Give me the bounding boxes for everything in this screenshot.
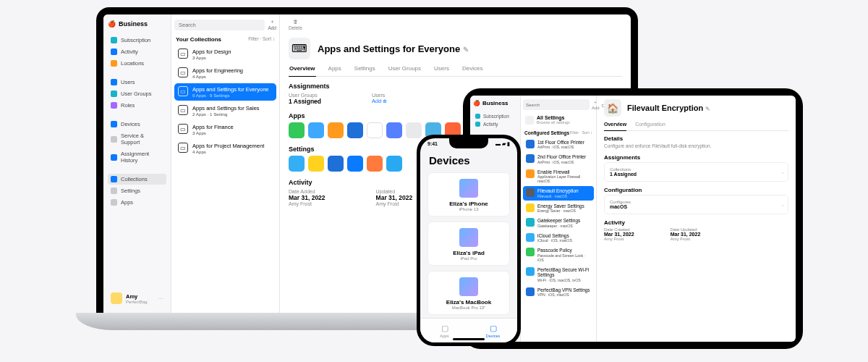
collection-title: Apps for Finance (192, 124, 234, 130)
device-card[interactable]: Eliza's iPhoneiPhone 13 (427, 172, 510, 216)
clock-icon (111, 49, 117, 55)
ellipsis-icon[interactable]: ⋯ (158, 295, 163, 302)
updated-value: Mar 31, 2022 (376, 194, 413, 201)
device-card[interactable]: Eliza's iPadiPad Pro (427, 222, 510, 266)
setting-item[interactable]: PerfectBag VPN SettingsVPN · iOS, macOS (523, 285, 594, 299)
collection-item[interactable]: ▭Apps for Finance3 Apps (174, 121, 276, 138)
updated-label: Updated (376, 189, 413, 194)
app-icon[interactable] (386, 122, 402, 138)
device-name: Eliza's iPhone (433, 201, 505, 207)
setting-item[interactable]: Gatekeeper SettingsGatekeeper · macOS (523, 216, 594, 230)
setting-item[interactable]: 1st Floor Office PrinterAirPrint · iOS, … (523, 138, 594, 151)
collection-item[interactable]: ▭Apps for Engineering4 Apps (174, 64, 276, 82)
updated-by: Amy Frost (376, 201, 413, 206)
filter-sort[interactable]: Filter · Sort ↕ (248, 36, 275, 43)
collection-item[interactable]: ▭Apps and Settings for Sales2 Apps · 1 S… (174, 102, 276, 119)
tab-settings[interactable]: Settings (354, 65, 376, 76)
plus-circle-icon[interactable]: ⊕ (383, 98, 387, 104)
chevron-right-icon: › (782, 170, 783, 174)
setting-icon[interactable] (347, 156, 363, 172)
search-input[interactable] (174, 20, 265, 30)
setting-type-icon (526, 188, 535, 197)
users-add-link[interactable]: Add (372, 98, 381, 104)
sidebar-item-label: Settings (121, 188, 140, 194)
app-icon[interactable] (367, 122, 383, 138)
sidebar-item-users[interactable]: Users (108, 77, 166, 88)
setting-item[interactable]: Energy Saver SettingsEnergy Saver · macO… (523, 201, 594, 215)
sidebar-item-settings[interactable]: Settings (108, 185, 166, 196)
apple-logo-icon: 🍎 (108, 20, 116, 28)
device-icon: ▢ (490, 324, 497, 333)
setting-subtitle: Energy Saver · macOS (537, 209, 584, 213)
collection-subtitle: 3 Apps (192, 130, 234, 135)
sidebar-item-assignment-history[interactable]: Assignment History (108, 148, 166, 166)
setting-type-icon (526, 248, 535, 256)
all-settings-sub: Browse all settings (537, 120, 570, 125)
setting-item[interactable]: iCloud SettingsiCloud · iOS, macOS (523, 231, 594, 245)
all-settings-title: All Settings (537, 115, 570, 120)
add-button[interactable]: ＋ Add (268, 19, 276, 30)
setting-icon[interactable] (289, 156, 305, 172)
sidebar-user[interactable]: Amy PerfectBag ⋯ (108, 290, 166, 307)
app-icon[interactable] (308, 122, 324, 138)
sidebar-item-roles[interactable]: Roles (108, 100, 166, 111)
delete-button[interactable]: 🗑 Delete (289, 19, 302, 30)
tab-users[interactable]: Users (433, 65, 450, 76)
setting-type-icon (526, 140, 535, 148)
collection-item[interactable]: ▭Apps for Design3 Apps (174, 46, 276, 63)
setting-item[interactable]: Filevault EncryptionFilevault · macOS (523, 186, 594, 200)
configuration-card[interactable]: Configures macOS › (604, 195, 788, 214)
setting-type-icon (526, 203, 535, 212)
sidebar-item-activity[interactable]: Activity (473, 120, 517, 128)
tab-overview[interactable]: Overview (289, 65, 316, 77)
device-icon (111, 121, 117, 127)
tab-devices[interactable]: Devices (461, 65, 483, 76)
collection-item[interactable]: ▭Apps for Project Management4 Apps (174, 140, 276, 157)
setting-icon[interactable] (367, 156, 383, 172)
user-org: PerfectBag (126, 300, 148, 304)
mac-sidebar: 🍎 Business SubscriptionActivityLocations… (103, 14, 171, 313)
setting-type-icon (526, 218, 535, 227)
sidebar-item-locations[interactable]: Locations (108, 58, 166, 69)
device-icon (459, 179, 478, 198)
collection-item[interactable]: ▭Apps and Settings for Everyone9 Apps · … (174, 83, 276, 101)
setting-type-icon (526, 233, 535, 242)
detail-title: Filevault Encryption ✎ (627, 104, 710, 112)
sidebar-item-collections[interactable]: Collections (108, 174, 166, 185)
device-card[interactable]: Eliza's MacBookMacBook Pro 13" (427, 271, 510, 315)
tab-overview[interactable]: Overview (604, 122, 626, 131)
app-icon[interactable] (347, 122, 363, 138)
assignments-card[interactable]: Collections 1 Assigned › (604, 162, 788, 182)
app-icon[interactable] (406, 122, 422, 138)
device-name: Eliza's MacBook (433, 299, 505, 306)
home-indicator (453, 338, 485, 340)
app-icon[interactable] (289, 122, 305, 138)
sidebar-item-devices[interactable]: Devices (108, 119, 166, 130)
apps-icon (111, 199, 117, 206)
tab-apps[interactable]: Apps (328, 65, 342, 76)
pencil-icon[interactable]: ✎ (705, 106, 710, 112)
setting-item[interactable]: PerfectBag Secure Wi-Fi SettingsWi-Fi · … (523, 265, 594, 285)
sidebar-item-subscription[interactable]: Subscription (108, 35, 166, 46)
sidebar-item-user-groups[interactable]: User Groups (108, 88, 166, 99)
setting-icon[interactable] (308, 156, 324, 172)
filter-sort[interactable]: Filter · Sort ↕ (570, 130, 592, 135)
app-icon[interactable] (328, 122, 344, 138)
setting-item[interactable]: Enable FirewallApplication Layer Firewal… (523, 167, 594, 185)
setting-icon[interactable] (328, 156, 344, 172)
search-input[interactable] (523, 99, 590, 110)
setting-item[interactable]: 2nd Floor Office PrinterAirPrint · iOS, … (523, 152, 594, 166)
pencil-icon[interactable]: ✎ (463, 46, 469, 54)
setting-title: iCloud Settings (537, 233, 572, 238)
collection-title: Apps and Settings for Everyone (192, 86, 268, 93)
sidebar-item-apps[interactable]: Apps (108, 197, 166, 208)
tab-user-groups[interactable]: User Groups (388, 65, 422, 76)
sidebar-item-service-support[interactable]: Service & Support (108, 130, 166, 148)
sidebar-item-label: Locations (121, 60, 144, 67)
tab-configuration[interactable]: Configuration (635, 122, 665, 130)
setting-icon[interactable] (386, 156, 402, 172)
setting-item[interactable]: Passcode PolicyPasscode and Screen Lock … (523, 245, 594, 264)
all-settings-row[interactable]: All Settings Browse all settings (523, 113, 594, 127)
sidebar-item-activity[interactable]: Activity (108, 46, 166, 57)
sidebar-item-subscription[interactable]: Subscription (473, 112, 517, 120)
